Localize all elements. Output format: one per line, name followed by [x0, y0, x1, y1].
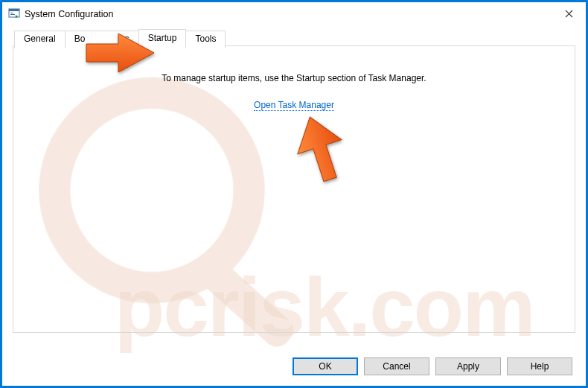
cancel-button[interactable]: Cancel [364, 357, 429, 375]
window-frame: System Configuration pcrisk.com General [0, 0, 588, 388]
app-icon [8, 8, 20, 20]
window-title: System Configuration [25, 9, 114, 19]
svg-rect-3 [10, 14, 15, 15]
tab-boot[interactable]: Boot Services [65, 31, 139, 48]
tab-tools[interactable]: Tools [185, 31, 226, 48]
svg-rect-1 [9, 9, 19, 11]
close-icon [565, 10, 573, 18]
tab-panel-frame [13, 45, 575, 333]
dialog-buttons: OK Cancel Apply Help [293, 357, 572, 375]
titlebar: System Configuration [2, 2, 586, 26]
tab-general[interactable]: General [14, 31, 65, 48]
help-button[interactable]: Help [507, 357, 572, 375]
tab-startup[interactable]: Startup [138, 29, 187, 47]
tab-bar: General Boot Services Startup Tools [13, 29, 575, 46]
ok-button[interactable]: OK [293, 357, 358, 375]
close-button[interactable] [552, 2, 586, 25]
apply-button[interactable]: Apply [435, 357, 501, 375]
svg-rect-2 [10, 13, 13, 13]
window-content: pcrisk.com General Boot Services Startup… [2, 26, 586, 344]
